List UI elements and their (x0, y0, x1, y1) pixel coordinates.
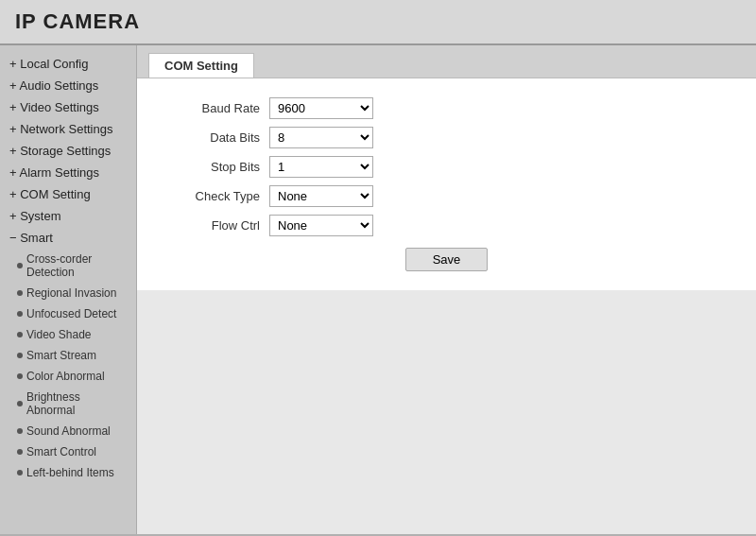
sidebar-item-label: Video Shade (26, 328, 92, 341)
bullet-icon (17, 263, 23, 268)
form-row-baud-rate: Baud Rate9600192003840057600115200 (165, 97, 728, 119)
sidebar-item-video-settings[interactable]: + Video Settings (0, 96, 136, 118)
sidebar-item-label: Smart Control (26, 445, 96, 458)
sidebar-item-label: Left-behind Items (26, 466, 114, 479)
select-data-bits[interactable]: 5678 (269, 127, 373, 148)
sidebar-item-label: Unfocused Detect (26, 307, 116, 320)
sidebar-item-sound-abnormal[interactable]: Sound Abnormal (0, 421, 136, 441)
sidebar-item-left-behind-items[interactable]: Left-behind Items (0, 462, 136, 483)
select-flow-ctrl[interactable]: NoneHardwareSoftware (269, 215, 373, 236)
content-area: COM Setting Baud Rate9600192003840057600… (137, 45, 756, 534)
form-row-check-type: Check TypeNoneOddEven (165, 185, 728, 207)
sidebar-item-network-settings[interactable]: + Network Settings (0, 118, 136, 140)
form-row-flow-ctrl: Flow CtrlNoneHardwareSoftware (165, 215, 728, 236)
label-stop-bits: Stop Bits (165, 160, 260, 174)
label-flow-ctrl: Flow Ctrl (165, 218, 260, 233)
bullet-icon (17, 332, 23, 337)
select-baud-rate[interactable]: 9600192003840057600115200 (269, 97, 373, 119)
form-row-data-bits: Data Bits5678 (165, 127, 728, 148)
tab-com-setting[interactable]: COM Setting (148, 53, 254, 78)
sidebar-item-smart-stream[interactable]: Smart Stream (0, 345, 136, 366)
sidebar-item-color-abnormal[interactable]: Color Abnormal (0, 366, 136, 387)
bullet-icon (17, 428, 23, 434)
sidebar: + Local Config+ Audio Settings+ Video Se… (0, 45, 137, 534)
form-row-stop-bits: Stop Bits12 (165, 156, 728, 178)
bullet-icon (17, 449, 23, 455)
sidebar-item-local-config[interactable]: + Local Config (0, 53, 136, 75)
bullet-icon (17, 353, 23, 358)
sidebar-item-video-shade[interactable]: Video Shade (0, 324, 136, 345)
select-check-type[interactable]: NoneOddEven (269, 185, 373, 207)
sidebar-item-smart[interactable]: − Smart (0, 227, 136, 249)
tab-bar: COM Setting (137, 45, 756, 78)
bullet-icon (17, 290, 23, 296)
main-layout: + Local Config+ Audio Settings+ Video Se… (0, 45, 756, 534)
bullet-icon (17, 470, 23, 475)
save-row: Save (165, 248, 728, 271)
sidebar-item-brightness-abnormal[interactable]: Brightness Abnormal (0, 387, 136, 421)
bullet-icon (17, 311, 23, 317)
label-check-type: Check Type (165, 189, 260, 203)
sidebar-item-label: Sound Abnormal (26, 424, 111, 438)
sidebar-item-system[interactable]: + System (0, 205, 136, 227)
bullet-icon (17, 373, 23, 379)
sidebar-item-audio-settings[interactable]: + Audio Settings (0, 75, 136, 96)
sidebar-item-regional-invasion[interactable]: Regional Invasion (0, 283, 136, 303)
select-stop-bits[interactable]: 12 (269, 156, 373, 178)
sidebar-item-com-setting[interactable]: + COM Setting (0, 183, 136, 205)
sidebar-item-smart-control[interactable]: Smart Control (0, 441, 136, 462)
sidebar-item-unfocused-detect[interactable]: Unfocused Detect (0, 303, 136, 324)
form-area: Baud Rate9600192003840057600115200Data B… (137, 78, 756, 290)
sidebar-item-label: Color Abnormal (26, 370, 105, 383)
page-title: IP CAMERA (15, 9, 741, 34)
bullet-icon (17, 401, 23, 406)
label-baud-rate: Baud Rate (165, 101, 260, 115)
sidebar-item-storage-settings[interactable]: + Storage Settings (0, 140, 136, 162)
page-header: IP CAMERA (0, 0, 756, 45)
sidebar-item-label: Cross-corder Detection (26, 252, 127, 279)
label-data-bits: Data Bits (165, 130, 260, 145)
save-button[interactable]: Save (405, 248, 489, 271)
sidebar-item-alarm-settings[interactable]: + Alarm Settings (0, 162, 136, 183)
sidebar-item-label: Brightness Abnormal (26, 390, 127, 417)
sidebar-item-cross-corder-detection[interactable]: Cross-corder Detection (0, 249, 136, 283)
sidebar-item-label: Regional Invasion (26, 286, 116, 300)
sidebar-item-label: Smart Stream (26, 349, 96, 362)
